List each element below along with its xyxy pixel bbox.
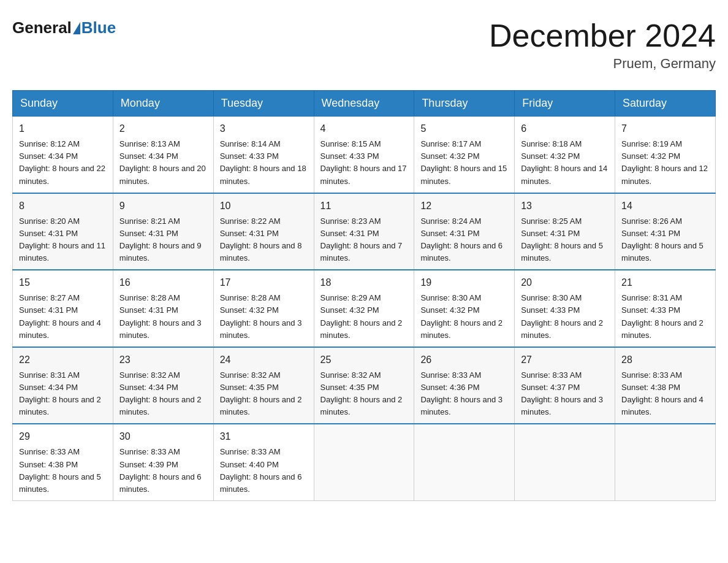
day-info: Sunrise: 8:30 AMSunset: 4:33 PMDaylight:… xyxy=(521,293,603,339)
logo-triangle-icon xyxy=(73,22,80,34)
day-info: Sunrise: 8:32 AMSunset: 4:35 PMDaylight:… xyxy=(320,370,403,416)
table-row: 17 Sunrise: 8:28 AMSunset: 4:32 PMDaylig… xyxy=(213,270,314,347)
day-info: Sunrise: 8:23 AMSunset: 4:31 PMDaylight:… xyxy=(320,216,403,262)
table-row: 26 Sunrise: 8:33 AMSunset: 4:36 PMDaylig… xyxy=(414,347,515,424)
day-number: 1 xyxy=(19,121,107,136)
day-number: 4 xyxy=(320,121,408,136)
table-row: 29 Sunrise: 8:33 AMSunset: 4:38 PMDaylig… xyxy=(13,424,113,500)
logo-blue-text: Blue xyxy=(82,18,116,37)
day-info: Sunrise: 8:33 AMSunset: 4:38 PMDaylight:… xyxy=(19,447,101,493)
day-number: 25 xyxy=(320,353,408,367)
table-row: 5 Sunrise: 8:17 AMSunset: 4:32 PMDayligh… xyxy=(414,117,515,193)
table-row: 20 Sunrise: 8:30 AMSunset: 4:33 PMDaylig… xyxy=(515,270,615,347)
table-row: 10 Sunrise: 8:22 AMSunset: 4:31 PMDaylig… xyxy=(213,193,314,270)
day-info: Sunrise: 8:32 AMSunset: 4:35 PMDaylight:… xyxy=(220,370,302,416)
logo-general-text: General xyxy=(12,18,72,37)
calendar-week-4: 22 Sunrise: 8:31 AMSunset: 4:34 PMDaylig… xyxy=(13,347,716,424)
day-number: 30 xyxy=(119,429,207,444)
table-row: 12 Sunrise: 8:24 AMSunset: 4:31 PMDaylig… xyxy=(414,193,515,270)
day-info: Sunrise: 8:15 AMSunset: 4:33 PMDaylight:… xyxy=(320,139,407,185)
table-row: 3 Sunrise: 8:14 AMSunset: 4:33 PMDayligh… xyxy=(213,117,314,193)
day-info: Sunrise: 8:33 AMSunset: 4:37 PMDaylight:… xyxy=(521,370,603,416)
day-info: Sunrise: 8:25 AMSunset: 4:31 PMDaylight:… xyxy=(521,216,603,262)
day-number: 17 xyxy=(220,275,308,290)
day-info: Sunrise: 8:12 AMSunset: 4:34 PMDaylight:… xyxy=(19,139,105,185)
table-row: 8 Sunrise: 8:20 AMSunset: 4:31 PMDayligh… xyxy=(13,193,113,270)
header-saturday: Saturday xyxy=(615,91,716,117)
day-info: Sunrise: 8:24 AMSunset: 4:31 PMDaylight:… xyxy=(420,216,502,262)
location-label: Pruem, Germany xyxy=(489,56,716,72)
table-row: 21 Sunrise: 8:31 AMSunset: 4:33 PMDaylig… xyxy=(615,270,716,347)
title-block: December 2024 Pruem, Germany xyxy=(489,18,716,72)
day-info: Sunrise: 8:33 AMSunset: 4:39 PMDaylight:… xyxy=(119,447,202,493)
day-number: 31 xyxy=(220,429,308,444)
table-row xyxy=(615,424,716,500)
table-row: 31 Sunrise: 8:33 AMSunset: 4:40 PMDaylig… xyxy=(213,424,314,500)
day-number: 7 xyxy=(621,121,709,136)
day-number: 24 xyxy=(220,353,308,367)
calendar-table: Sunday Monday Tuesday Wednesday Thursday… xyxy=(12,90,716,501)
day-number: 23 xyxy=(119,353,207,367)
day-info: Sunrise: 8:32 AMSunset: 4:34 PMDaylight:… xyxy=(119,370,202,416)
day-info: Sunrise: 8:13 AMSunset: 4:34 PMDaylight:… xyxy=(119,139,206,185)
day-number: 11 xyxy=(320,199,408,213)
header-friday: Friday xyxy=(515,91,615,117)
table-row: 11 Sunrise: 8:23 AMSunset: 4:31 PMDaylig… xyxy=(314,193,414,270)
table-row xyxy=(414,424,515,500)
table-row: 1 Sunrise: 8:12 AMSunset: 4:34 PMDayligh… xyxy=(13,117,113,193)
table-row: 6 Sunrise: 8:18 AMSunset: 4:32 PMDayligh… xyxy=(515,117,615,193)
day-number: 2 xyxy=(119,121,207,136)
day-info: Sunrise: 8:22 AMSunset: 4:31 PMDaylight:… xyxy=(220,216,302,262)
table-row xyxy=(515,424,615,500)
day-info: Sunrise: 8:33 AMSunset: 4:40 PMDaylight:… xyxy=(220,447,302,493)
day-info: Sunrise: 8:18 AMSunset: 4:32 PMDaylight:… xyxy=(521,139,607,185)
table-row xyxy=(314,424,414,500)
day-info: Sunrise: 8:26 AMSunset: 4:31 PMDaylight:… xyxy=(621,216,703,262)
day-info: Sunrise: 8:29 AMSunset: 4:32 PMDaylight:… xyxy=(320,293,403,339)
table-row: 28 Sunrise: 8:33 AMSunset: 4:38 PMDaylig… xyxy=(615,347,716,424)
day-info: Sunrise: 8:31 AMSunset: 4:33 PMDaylight:… xyxy=(621,293,703,339)
table-row: 25 Sunrise: 8:32 AMSunset: 4:35 PMDaylig… xyxy=(314,347,414,424)
day-number: 28 xyxy=(621,353,709,367)
table-row: 22 Sunrise: 8:31 AMSunset: 4:34 PMDaylig… xyxy=(13,347,113,424)
calendar-week-1: 1 Sunrise: 8:12 AMSunset: 4:34 PMDayligh… xyxy=(13,117,716,193)
table-row: 18 Sunrise: 8:29 AMSunset: 4:32 PMDaylig… xyxy=(314,270,414,347)
table-row: 14 Sunrise: 8:26 AMSunset: 4:31 PMDaylig… xyxy=(615,193,716,270)
day-number: 19 xyxy=(420,275,508,290)
day-info: Sunrise: 8:27 AMSunset: 4:31 PMDaylight:… xyxy=(19,293,101,339)
day-info: Sunrise: 8:17 AMSunset: 4:32 PMDaylight:… xyxy=(420,139,507,185)
day-number: 9 xyxy=(119,199,207,213)
day-number: 27 xyxy=(521,353,609,367)
header-monday: Monday xyxy=(113,91,213,117)
day-info: Sunrise: 8:21 AMSunset: 4:31 PMDaylight:… xyxy=(119,216,202,262)
day-number: 26 xyxy=(420,353,508,367)
day-number: 3 xyxy=(220,121,308,136)
day-info: Sunrise: 8:33 AMSunset: 4:38 PMDaylight:… xyxy=(621,370,703,416)
table-row: 19 Sunrise: 8:30 AMSunset: 4:32 PMDaylig… xyxy=(414,270,515,347)
day-info: Sunrise: 8:30 AMSunset: 4:32 PMDaylight:… xyxy=(420,293,502,339)
day-number: 18 xyxy=(320,275,408,290)
day-number: 22 xyxy=(19,353,107,367)
calendar-week-5: 29 Sunrise: 8:33 AMSunset: 4:38 PMDaylig… xyxy=(13,424,716,500)
table-row: 7 Sunrise: 8:19 AMSunset: 4:32 PMDayligh… xyxy=(615,117,716,193)
day-number: 13 xyxy=(521,199,609,213)
logo: General Blue xyxy=(12,18,116,37)
table-row: 30 Sunrise: 8:33 AMSunset: 4:39 PMDaylig… xyxy=(113,424,213,500)
day-number: 8 xyxy=(19,199,107,213)
day-info: Sunrise: 8:14 AMSunset: 4:33 PMDaylight:… xyxy=(220,139,306,185)
calendar-week-2: 8 Sunrise: 8:20 AMSunset: 4:31 PMDayligh… xyxy=(13,193,716,270)
table-row: 27 Sunrise: 8:33 AMSunset: 4:37 PMDaylig… xyxy=(515,347,615,424)
table-row: 23 Sunrise: 8:32 AMSunset: 4:34 PMDaylig… xyxy=(113,347,213,424)
day-number: 29 xyxy=(19,429,107,444)
day-number: 15 xyxy=(19,275,107,290)
calendar-week-3: 15 Sunrise: 8:27 AMSunset: 4:31 PMDaylig… xyxy=(13,270,716,347)
day-number: 6 xyxy=(521,121,609,136)
table-row: 16 Sunrise: 8:28 AMSunset: 4:31 PMDaylig… xyxy=(113,270,213,347)
page-header: General Blue December 2024 Pruem, German… xyxy=(12,12,716,78)
day-number: 20 xyxy=(521,275,609,290)
month-title: December 2024 xyxy=(489,18,716,53)
day-number: 5 xyxy=(420,121,508,136)
day-info: Sunrise: 8:33 AMSunset: 4:36 PMDaylight:… xyxy=(420,370,502,416)
day-number: 14 xyxy=(621,199,709,213)
header-sunday: Sunday xyxy=(13,91,113,117)
